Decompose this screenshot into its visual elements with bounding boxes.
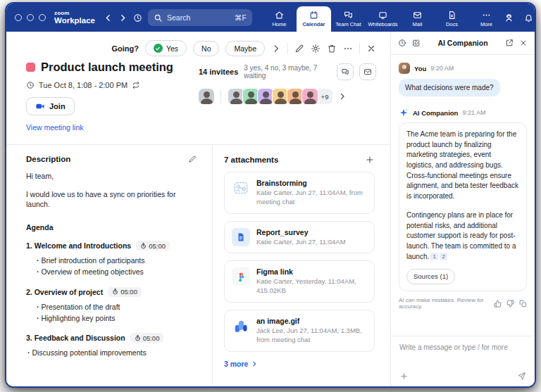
tab-calendar[interactable]: Calendar xyxy=(297,6,331,32)
team-chat-icon xyxy=(344,11,353,20)
stopwatch-icon xyxy=(135,335,141,341)
search-icon xyxy=(154,13,163,23)
clock-icon xyxy=(26,81,35,89)
user-message-bubble: What decisions were made? xyxy=(399,79,500,96)
ai-message-time: 9:21 AM xyxy=(462,109,485,116)
notifications-bell-icon[interactable] xyxy=(523,13,535,23)
envelope-icon xyxy=(363,68,372,76)
minimize-window-button[interactable] xyxy=(27,14,34,21)
invitee-overflow-count[interactable]: +9 xyxy=(316,88,333,105)
citation-2[interactable]: 2 xyxy=(440,253,447,260)
main-nav: Home Calendar Team Chat Whiteboards Mail… xyxy=(262,4,504,32)
ai-close-icon[interactable] xyxy=(519,39,528,47)
agenda-bullet: Presentation of the draft xyxy=(37,301,197,312)
chat-invitees-button[interactable] xyxy=(337,63,354,80)
meeting-title: Product launch meeting xyxy=(41,61,173,74)
search-shortcut: ⌘F xyxy=(235,13,247,22)
settings-gear-icon[interactable] xyxy=(311,44,321,53)
more-attachments-link[interactable]: 3 more xyxy=(224,360,258,368)
user-label: You xyxy=(414,65,426,72)
search-input[interactable]: Search ⌘F xyxy=(148,9,252,26)
rsvp-no-button[interactable]: No xyxy=(193,41,219,56)
send-icon[interactable] xyxy=(517,372,526,381)
history-icon[interactable] xyxy=(133,13,142,23)
agenda-bullet: Overview of meeting objectives xyxy=(37,266,197,277)
ai-panel-title: AI Companion xyxy=(426,39,499,47)
view-meeting-link[interactable]: View meeting link xyxy=(26,123,84,132)
ai-popout-icon[interactable] xyxy=(505,39,514,47)
search-placeholder: Search xyxy=(167,13,230,22)
add-attachment-icon[interactable] xyxy=(365,155,375,165)
rsvp-maybe-button[interactable]: Maybe xyxy=(225,41,265,56)
ai-message-input[interactable]: Write a message or type / for more xyxy=(391,336,535,386)
docs-icon xyxy=(447,11,456,20)
agenda-bullet: Highlighting key points xyxy=(37,312,197,324)
ai-new-chat-icon[interactable] xyxy=(412,39,421,47)
ai-paragraph-2: Contingency plans are in place for poten… xyxy=(406,211,516,260)
tab-mail[interactable]: Mail xyxy=(400,6,435,32)
user-message-time: 9:20 AM xyxy=(430,65,454,72)
agenda-item: 2. Overview of project 05:00 xyxy=(26,287,197,297)
back-icon[interactable] xyxy=(104,13,113,23)
thumbs-down-icon[interactable] xyxy=(506,300,514,308)
tab-team-chat[interactable]: Team Chat xyxy=(331,6,366,32)
whiteboard-icon xyxy=(232,179,250,197)
app-logo: zoom Workplace xyxy=(54,11,95,25)
close-detail-icon[interactable] xyxy=(366,44,376,53)
agenda-bullet: Discussing potential improvements xyxy=(27,347,197,358)
attach-plus-icon[interactable] xyxy=(399,372,409,381)
attachment-card-figma[interactable]: Figma link Katie Carter, Yesterday, 11:0… xyxy=(224,260,375,303)
edit-description-icon[interactable] xyxy=(188,155,197,163)
description-greeting: Hi team, xyxy=(26,171,197,182)
tab-docs[interactable]: Docs xyxy=(435,6,469,32)
attachment-card-image[interactable]: an image.gif Jack Lee, Jun 27, 11:04AM, … xyxy=(224,310,375,352)
ai-disclaimer: AI can make mistakes. Review for accurac… xyxy=(399,297,494,310)
attachments-heading: 7 attachments xyxy=(224,156,278,164)
ai-input-placeholder: Write a message or type / for more xyxy=(399,343,526,351)
tab-home[interactable]: Home xyxy=(262,6,297,32)
organizer-avatar[interactable] xyxy=(199,89,214,104)
agenda-heading: Agenda xyxy=(26,223,197,232)
ai-history-icon[interactable] xyxy=(398,39,406,47)
meeting-datetime: Tue Oct 8, 1:08 - 2:00 PM xyxy=(39,81,128,89)
rsvp-yes-button[interactable]: Yes xyxy=(145,40,187,56)
ai-response-card: The Acme team is preparing for the produ… xyxy=(399,122,527,291)
copy-icon[interactable] xyxy=(519,300,527,308)
stopwatch-icon xyxy=(140,243,147,249)
attachment-card-brainstorming[interactable]: Brainstorming Katie Carter, Jun 27, 11:0… xyxy=(224,172,375,214)
more-icon xyxy=(482,11,491,20)
tab-whiteboards[interactable]: Whiteboards xyxy=(366,6,400,32)
brand-workplace: Workplace xyxy=(54,17,95,25)
stopwatch-icon xyxy=(112,289,118,295)
citation-1[interactable]: 1 xyxy=(430,253,438,260)
invitee-avatar[interactable] xyxy=(301,88,318,105)
description-heading: Description xyxy=(26,155,70,163)
tab-more[interactable]: More xyxy=(469,6,504,32)
chevron-right-icon xyxy=(251,360,258,367)
contact-center-icon[interactable] xyxy=(504,13,515,23)
invitees-expand-icon[interactable] xyxy=(338,92,347,101)
rsvp-expand-icon[interactable] xyxy=(271,44,281,53)
edit-meeting-icon[interactable] xyxy=(294,44,304,53)
attachment-card-report[interactable]: Report_survey Katie Carter, Jun 27, 11:0… xyxy=(224,221,375,254)
more-actions-icon[interactable] xyxy=(343,44,353,53)
app-window: zoom Workplace Search ⌘F Home Calendar xyxy=(5,2,536,388)
description-intro: I would love us to have a sync on priori… xyxy=(26,189,197,210)
invitee-avatars[interactable]: +9 xyxy=(199,88,376,105)
delete-trash-icon[interactable] xyxy=(327,44,337,53)
ai-label: AI Companion xyxy=(413,109,458,117)
yes-check-icon xyxy=(154,44,163,53)
brand-zoom: zoom xyxy=(54,11,95,16)
ai-sparkle-icon xyxy=(399,108,409,118)
thumbs-up-icon[interactable] xyxy=(494,300,502,308)
window-controls xyxy=(15,14,46,21)
forward-icon[interactable] xyxy=(118,13,128,23)
video-camera-icon xyxy=(35,101,45,111)
duration-badge: 05:00 xyxy=(130,333,164,343)
close-window-button[interactable] xyxy=(15,14,22,21)
zoom-window-button[interactable] xyxy=(39,14,46,21)
email-invitees-button[interactable] xyxy=(359,63,376,80)
agenda-item: 3. Feedback and Discussion 05:00 xyxy=(26,333,197,343)
join-button[interactable]: Join xyxy=(26,97,75,115)
sources-button[interactable]: Sources (1) xyxy=(406,269,455,284)
